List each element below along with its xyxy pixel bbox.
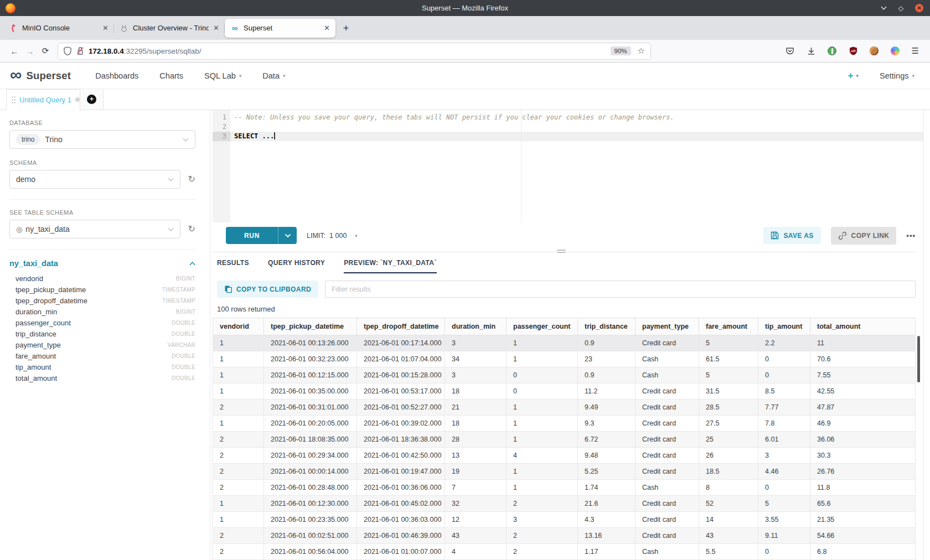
column-name: payment_type [16,341,61,349]
tab-results[interactable]: RESULTS [217,259,249,273]
schema-select[interactable]: demo [9,170,180,189]
download-icon[interactable] [807,46,816,56]
tab-query-history[interactable]: QUERY HISTORY [268,259,325,273]
table-cell: 2021-06-01 00:56:04.000 [264,544,357,560]
table-cell: 2021-06-01 00:35:00.000 [264,383,357,400]
column-header[interactable]: vendorid [213,318,264,335]
column-header[interactable]: passenger_count [507,318,578,335]
menu-icon[interactable]: ☰ [912,46,919,56]
column-name: duration_min [16,308,57,316]
table-cell: 25 [699,432,758,448]
nav-item-sqllab[interactable]: SQL Lab▾ [204,71,241,80]
settings-menu[interactable]: Settings▾ [880,71,914,80]
new-tab-button[interactable]: + [338,20,354,37]
window-close-icon[interactable]: ✕ [915,4,923,12]
plus-circle-icon: + [87,95,96,104]
database-select[interactable]: trino Trino [9,130,195,149]
bookmark-star-icon[interactable]: ☆ [638,46,645,56]
pocket-icon[interactable] [786,46,795,56]
table-cell: 21.6 [578,496,636,512]
tab-close-icon[interactable]: ✕ [102,24,108,32]
add-query-tab-button[interactable]: + [80,89,104,110]
run-button[interactable]: RUN [226,227,278,244]
editor-cursor [274,132,275,139]
forward-button[interactable]: → [22,46,38,56]
nav-item-charts[interactable]: Charts [159,71,183,80]
sqllab-sidebar: DATABASE trino Trino SCHEMA demo [0,110,210,560]
zoom-level-badge[interactable]: 90% [611,46,631,55]
superset-favicon-icon: ∞ [230,24,239,33]
tab-preview[interactable]: PREVIEW: `NY_TAXI_DATA` [344,259,437,273]
table-cell: 1 [507,432,578,448]
column-header[interactable]: total_amount [810,318,916,335]
table-cell: 1 [213,335,264,351]
schema-column: passenger_countDOUBLE [9,317,195,328]
tracking-shield-icon[interactable] [64,46,71,55]
copy-icon [224,285,232,293]
insecure-lock-icon[interactable] [76,46,84,55]
limit-dropdown[interactable]: LIMIT: 1 000 ▾ [307,232,358,240]
table-cell: 43 [445,528,507,544]
tab-close-icon[interactable]: ✕ [324,24,330,32]
extension-green-icon[interactable] [828,46,837,56]
column-header[interactable]: tpep_pickup_datetime [264,318,357,335]
superset-brand[interactable]: Superset [26,70,71,82]
svg-text:uO: uO [851,49,856,53]
column-header[interactable]: tip_amount [758,318,810,335]
pane-resize-handle[interactable] [557,250,566,254]
copy-link-button[interactable]: COPY LINK [831,227,897,245]
browser-tab-trino[interactable]: Cluster Overview - Trino ✕ [114,19,225,38]
sql-editor[interactable]: 123 -- Note: Unless you save your query,… [213,110,923,222]
browser-tab-minio[interactable]: MinIO Console ✕ [3,19,114,38]
table-cell: Credit card [636,512,699,528]
query-tab[interactable]: Untitled Query 1 ✕ [6,89,80,110]
tab-close-icon[interactable]: ✕ [213,24,219,32]
table-cell: 0 [758,367,810,383]
column-header[interactable]: payment_type [636,318,699,335]
table-cell: 5 [758,496,810,512]
browser-tab-superset[interactable]: ∞ Superset ✕ [225,19,335,38]
table-cell: 2 [213,480,264,496]
superset-logo-icon[interactable]: ∞ [10,66,22,83]
results-scrollbar[interactable] [917,336,920,382]
refresh-table-icon[interactable]: ↻ [188,225,195,234]
table-cell: 2021-06-01 01:00:07.000 [357,544,445,560]
drag-handle-icon[interactable] [12,96,16,103]
table-cell: 1 [507,464,578,480]
table-cell: 6.72 [578,432,636,448]
table-cell: 4.3 [578,512,636,528]
column-name: passenger_count [16,319,71,327]
window-minimize-icon[interactable] [881,6,887,10]
url-bar[interactable]: 172.18.0.4:32295/superset/sqllab/ 90% ☆ [58,43,651,60]
refresh-schema-icon[interactable]: ↻ [188,175,195,184]
extension-burst-icon[interactable] [891,46,900,56]
table-cell: 52 [699,496,758,512]
filter-results-input[interactable] [325,281,916,298]
table-row: 22021-06-01 00:02:51.0002021-06-01 00:46… [213,528,916,544]
column-name: total_amount [16,374,57,382]
table-cell: 1 [213,367,264,383]
more-actions-button[interactable]: ••• [906,231,916,240]
table-cell: 2021-06-01 00:15:28.000 [357,367,445,383]
window-maximize-icon[interactable]: ◇ [898,5,903,12]
back-button[interactable]: ← [7,46,22,56]
column-header[interactable]: tpep_dropoff_datetime [357,318,445,335]
copy-to-clipboard-button[interactable]: COPY TO CLIPBOARD [217,281,318,298]
schema-table-name[interactable]: ny_taxi_data [9,259,58,268]
column-header[interactable]: duration_min [445,318,507,335]
add-new-button[interactable]: +▾ [848,70,859,81]
nav-item-data[interactable]: Data▾ [262,71,285,80]
schema-column: tip_amountDOUBLE [9,361,195,372]
collapse-table-icon[interactable] [189,262,195,266]
save-as-button[interactable]: SAVE AS [763,227,820,244]
ublock-icon[interactable]: uO [849,46,858,56]
table-select[interactable]: ◎ ny_taxi_data [9,220,180,238]
run-options-button[interactable] [278,227,297,244]
table-cell: 21.35 [810,512,916,528]
column-header[interactable]: fare_amount [699,318,758,335]
reload-button[interactable]: ⟳ [38,46,53,56]
column-header[interactable]: trip_distance [578,318,636,335]
nav-item-dashboards[interactable]: Dashboards [95,71,138,80]
cookie-icon[interactable] [870,46,879,56]
table-cell: 1 [507,416,578,432]
